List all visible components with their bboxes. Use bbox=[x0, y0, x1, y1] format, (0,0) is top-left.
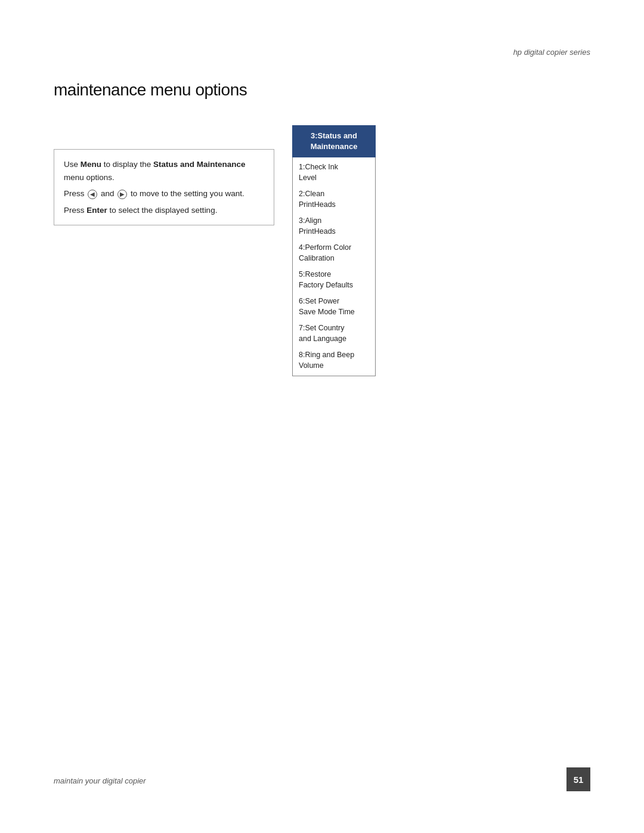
instruction-box: Use Menu to display the Status and Maint… bbox=[54, 149, 274, 225]
menu-item-8: 8:Ring and BeepVolume bbox=[299, 350, 369, 371]
menu-header-line2: Maintenance bbox=[311, 142, 358, 151]
menu-items-box: 1:Check InkLevel 2:CleanPrintHeads 3:Ali… bbox=[292, 157, 376, 376]
status-maintenance-bold: Status and Maintenance bbox=[153, 160, 246, 169]
header-brand: hp digital copier series bbox=[513, 48, 590, 57]
menu-panel: 3:Status and Maintenance 1:Check InkLeve… bbox=[292, 125, 590, 376]
menu-item-4: 4:Perform ColorCalibration bbox=[299, 243, 369, 264]
instruction-line1: Use Menu to display the Status and Maint… bbox=[64, 158, 264, 184]
left-arrow-icon: ◀ bbox=[88, 190, 97, 199]
menu-bold: Menu bbox=[80, 160, 101, 169]
instruction-line2: Press ◀ and ▶ to move to the setting you… bbox=[64, 187, 264, 200]
page-title: maintenance menu options bbox=[54, 80, 247, 100]
page-number: 51 bbox=[566, 767, 590, 791]
menu-header-line1: 3:Status and bbox=[311, 131, 357, 140]
instruction-line3: Press Enter to select the displayed sett… bbox=[64, 204, 264, 217]
menu-item-5: 5:RestoreFactory Defaults bbox=[299, 270, 369, 290]
footer-left-text: maintain your digital copier bbox=[54, 776, 146, 785]
menu-item-7: 7:Set Countryand Language bbox=[299, 323, 369, 344]
right-arrow-icon: ▶ bbox=[117, 190, 127, 199]
menu-header: 3:Status and Maintenance bbox=[292, 125, 376, 157]
enter-bold: Enter bbox=[86, 206, 107, 215]
page-container: hp digital copier series maintenance men… bbox=[0, 0, 644, 833]
menu-item-3: 3:AlignPrintHeads bbox=[299, 216, 369, 237]
menu-item-2: 2:CleanPrintHeads bbox=[299, 189, 369, 210]
content-area: Use Menu to display the Status and Maint… bbox=[54, 125, 590, 376]
menu-item-1: 1:Check InkLevel bbox=[299, 162, 369, 183]
menu-item-6: 6:Set PowerSave Mode Time bbox=[299, 296, 369, 317]
